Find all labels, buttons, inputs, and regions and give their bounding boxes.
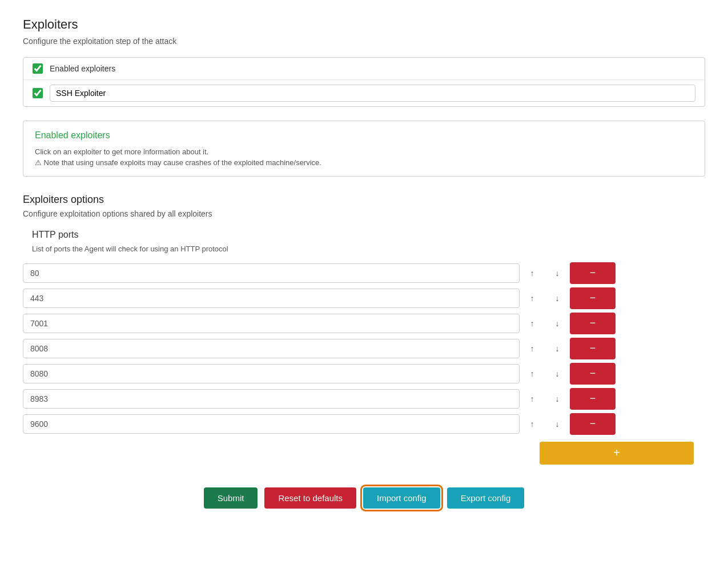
submit-button[interactable]: Submit — [204, 487, 258, 509]
move-up-button[interactable]: ↑ — [520, 338, 545, 359]
remove-port-button[interactable]: − — [570, 388, 616, 410]
info-box-title: Enabled exploiters — [35, 130, 693, 141]
move-down-button[interactable]: ↓ — [545, 287, 570, 309]
add-port-button[interactable]: + — [540, 442, 694, 465]
move-down-button[interactable]: ↓ — [545, 388, 570, 410]
exploiters-section: Enabled exploiters SSH Exploiter — [23, 57, 705, 107]
exploiters-options-title: Exploiters options — [23, 194, 705, 206]
move-up-button[interactable]: ↑ — [520, 363, 545, 385]
import-config-button[interactable]: Import config — [363, 487, 440, 509]
http-ports-desc: List of ports the Agent will check for u… — [23, 245, 705, 253]
port-row: ↑ ↓ − — [23, 363, 705, 385]
move-up-button[interactable]: ↑ — [520, 287, 545, 309]
ssh-exploiter-select[interactable]: SSH Exploiter — [50, 85, 695, 102]
move-up-button[interactable]: ↑ — [520, 313, 545, 334]
ssh-select-wrapper: SSH Exploiter — [50, 85, 695, 102]
move-down-button[interactable]: ↓ — [545, 363, 570, 385]
enabled-exploiters-info-box: Enabled exploiters Click on an exploiter… — [23, 121, 705, 177]
move-up-button[interactable]: ↑ — [520, 262, 545, 284]
exploiters-options-subtitle: Configure exploitation options shared by… — [23, 209, 705, 218]
port-input[interactable] — [23, 389, 520, 409]
action-buttons: Submit Reset to defaults Import config E… — [23, 487, 705, 509]
port-row: ↑ ↓ − — [23, 413, 705, 435]
enabled-exploiters-label: Enabled exploiters — [50, 64, 115, 73]
http-ports-title: HTTP ports — [23, 230, 705, 240]
port-row: ↑ ↓ − — [23, 388, 705, 410]
info-box-line2: ⚠ Note that using unsafe exploits may ca… — [35, 158, 693, 167]
remove-port-button[interactable]: − — [570, 338, 616, 359]
page-title: Exploiters — [23, 17, 705, 32]
remove-port-button[interactable]: − — [570, 262, 616, 284]
port-input[interactable] — [23, 339, 520, 358]
port-list: ↑ ↓ − ↑ ↓ − ↑ ↓ − ↑ ↓ − ↑ ↓ − ↑ ↓ − ↑ ↓ … — [23, 262, 705, 438]
ssh-exploiter-checkbox[interactable] — [33, 88, 43, 98]
port-row: ↑ ↓ − — [23, 262, 705, 284]
move-down-button[interactable]: ↓ — [545, 413, 570, 435]
port-input[interactable] — [23, 289, 520, 308]
port-row: ↑ ↓ − — [23, 313, 705, 334]
port-input[interactable] — [23, 364, 520, 383]
port-input[interactable] — [23, 314, 520, 333]
enabled-exploiters-row: Enabled exploiters — [23, 58, 705, 80]
port-input[interactable] — [23, 414, 520, 434]
remove-port-button[interactable]: − — [570, 313, 616, 334]
move-down-button[interactable]: ↓ — [545, 313, 570, 334]
remove-port-button[interactable]: − — [570, 363, 616, 385]
move-down-button[interactable]: ↓ — [545, 262, 570, 284]
move-up-button[interactable]: ↑ — [520, 388, 545, 410]
reset-button[interactable]: Reset to defaults — [264, 487, 356, 509]
port-row: ↑ ↓ − — [23, 287, 705, 309]
port-row: ↑ ↓ − — [23, 338, 705, 359]
enabled-exploiters-checkbox[interactable] — [33, 63, 43, 74]
remove-port-button[interactable]: − — [570, 287, 616, 309]
move-down-button[interactable]: ↓ — [545, 338, 570, 359]
ssh-exploiter-row: SSH Exploiter — [23, 80, 705, 106]
export-config-button[interactable]: Export config — [447, 487, 525, 509]
info-box-line1: Click on an exploiter to get more inform… — [35, 146, 693, 158]
add-btn-row: + — [23, 442, 694, 465]
move-up-button[interactable]: ↑ — [520, 413, 545, 435]
page-subtitle: Configure the exploitation step of the a… — [23, 37, 705, 46]
remove-port-button[interactable]: − — [570, 413, 616, 435]
port-input[interactable] — [23, 263, 520, 283]
